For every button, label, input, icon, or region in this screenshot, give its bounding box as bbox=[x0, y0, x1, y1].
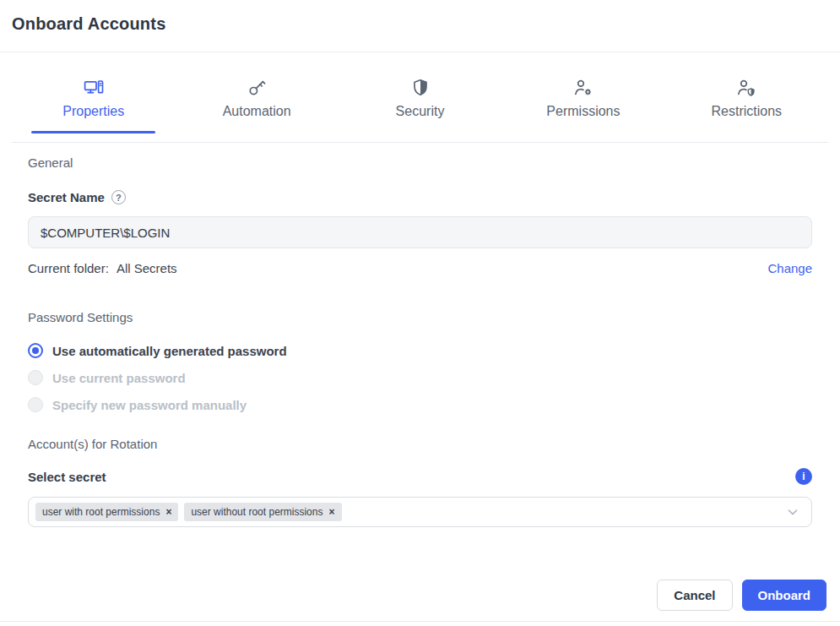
tab-label: Security bbox=[396, 104, 445, 119]
computer-icon bbox=[84, 78, 104, 98]
tab-security[interactable]: Security bbox=[339, 52, 501, 142]
tab-label: Permissions bbox=[546, 104, 620, 119]
tab-automation[interactable]: Automation bbox=[175, 52, 338, 142]
section-general: General bbox=[28, 155, 812, 170]
tab-label: Automation bbox=[223, 104, 291, 119]
bottom-divider bbox=[0, 621, 840, 622]
tag-label: user without root permissions bbox=[191, 506, 322, 518]
tab-bar: Properties Automation Security bbox=[12, 52, 828, 143]
radio-selected-icon bbox=[28, 343, 43, 358]
form-content: General Secret Name ? Current folder: Al… bbox=[0, 155, 840, 527]
section-rotation: Account(s) for Rotation bbox=[28, 437, 812, 451]
key-icon bbox=[247, 78, 267, 98]
tag-user-with-root: user with root permissions × bbox=[35, 503, 178, 521]
dialog-header: Onboard Accounts bbox=[0, 0, 840, 52]
radio-current-password: Use current password bbox=[28, 368, 812, 387]
tab-label: Properties bbox=[62, 104, 124, 119]
user-gear-icon bbox=[573, 78, 593, 98]
cancel-button[interactable]: Cancel bbox=[657, 580, 732, 611]
radio-disabled-icon bbox=[28, 397, 43, 412]
remove-tag-icon[interactable]: × bbox=[328, 507, 334, 517]
radio-disabled-icon bbox=[28, 370, 43, 385]
change-folder-link[interactable]: Change bbox=[767, 261, 812, 275]
shield-icon bbox=[410, 78, 431, 98]
tab-label: Restrictions bbox=[712, 104, 783, 119]
onboard-button[interactable]: Onboard bbox=[742, 580, 827, 611]
tab-restrictions[interactable]: Restrictions bbox=[665, 52, 828, 142]
tag-user-without-root: user without root permissions × bbox=[184, 503, 341, 521]
current-folder-value: All Secrets bbox=[117, 261, 177, 275]
page-title: Onboard Accounts bbox=[12, 14, 828, 34]
remove-tag-icon[interactable]: × bbox=[165, 507, 171, 517]
info-icon[interactable]: i bbox=[795, 468, 812, 485]
user-shield-icon bbox=[736, 78, 756, 98]
password-radio-group: Use automatically generated password Use… bbox=[28, 341, 812, 414]
dialog-footer: Cancel Onboard bbox=[657, 580, 826, 611]
tab-properties[interactable]: Properties bbox=[12, 52, 175, 142]
help-icon[interactable]: ? bbox=[111, 190, 126, 204]
tab-permissions[interactable]: Permissions bbox=[501, 52, 664, 142]
current-folder-label: Current folder: bbox=[28, 261, 109, 275]
radio-auto-generated-password[interactable]: Use automatically generated password bbox=[28, 341, 812, 360]
active-tab-underline bbox=[31, 131, 155, 133]
tag-label: user with root permissions bbox=[42, 506, 160, 518]
radio-manual-password: Specify new password manually bbox=[28, 395, 812, 414]
secret-name-input[interactable] bbox=[28, 216, 812, 248]
select-secret-label: Select secret bbox=[28, 470, 106, 484]
secret-name-label: Secret Name bbox=[28, 190, 105, 204]
select-secret-dropdown[interactable]: user with root permissions × user withou… bbox=[28, 497, 812, 527]
section-password-settings: Password Settings bbox=[28, 310, 812, 324]
chevron-down-icon[interactable] bbox=[785, 504, 800, 520]
